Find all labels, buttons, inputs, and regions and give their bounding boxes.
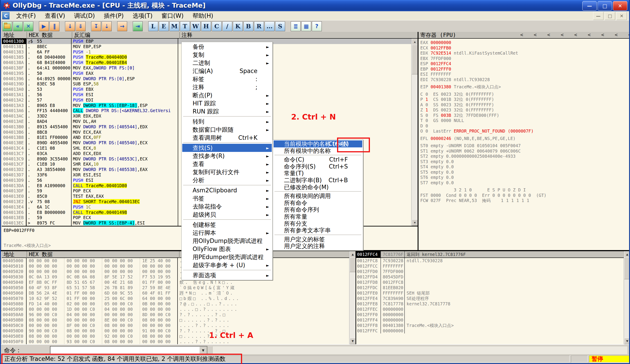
stack-row[interactable]: 0012FFE47C839A90SE处理程序 xyxy=(356,296,624,301)
run-button[interactable]: ▶ xyxy=(39,21,49,31)
find-submenu-item-6[interactable]: 二进制字串(B)Ctrl+B xyxy=(274,177,362,184)
dump-row[interactable]: 004050D090 00 00 C008 00 00 0000 00 00 0… xyxy=(2,328,349,334)
mdi-close-button[interactable]: ✕ xyxy=(616,12,627,20)
scroll-up-icon[interactable]: ▲ xyxy=(412,39,418,45)
dump-row[interactable]: 004050300C 0A 13 090C 0B 0A 088F 5E 17 5… xyxy=(2,274,349,280)
context-menu-item-18[interactable]: 分析► xyxy=(182,176,272,184)
find-submenu-item-10[interactable]: 所有命令 xyxy=(274,199,362,206)
mdi-minimize-button[interactable]: — xyxy=(593,12,604,20)
stack-row[interactable]: 0012FFF400000000 xyxy=(356,317,624,323)
context-menu-item-10[interactable]: 转到► xyxy=(182,118,272,126)
scroll-thumb[interactable] xyxy=(350,257,356,272)
find-submenu-item-4[interactable]: 命令序列(S)Ctrl+S xyxy=(274,163,362,170)
collapse-chevron-icon[interactable]: < xyxy=(520,32,523,37)
open-button[interactable] xyxy=(2,21,12,31)
handles-window-button[interactable]: H xyxy=(201,21,211,31)
menubar-item-options[interactable]: 选项(T) xyxy=(128,11,157,20)
appearance-button[interactable]: ▦ xyxy=(301,21,311,31)
find-submenu-item-16[interactable]: 用户定义的标签 xyxy=(274,236,362,243)
scroll-thumb[interactable] xyxy=(412,45,418,74)
collapse-chevron-icon[interactable]: < xyxy=(615,32,618,37)
stack-row[interactable]: 0012FFF000000000 xyxy=(356,312,624,317)
minimize-button[interactable]: — xyxy=(582,1,597,10)
breakpoints-window-button[interactable]: B xyxy=(244,21,253,31)
context-menu-item-12[interactable]: 查看调用树Ctrl+K xyxy=(182,134,272,142)
context-menu-item-2[interactable]: 二进制► xyxy=(182,59,272,67)
context-menu-item-29[interactable]: 用PEdumper脱壳调试进程 xyxy=(182,253,272,261)
collapse-chevron-icon[interactable]: < xyxy=(561,32,564,37)
dump-row[interactable]: 00405040EF 8B 0C FF8D 51 65 6700 4E 21 6… xyxy=(2,280,349,285)
stack-row[interactable]: 0012FFD480545DFD xyxy=(356,274,624,280)
context-menu-item-5[interactable]: 注释; xyxy=(182,83,272,91)
context-menu-item-22[interactable]: 去除花指令► xyxy=(182,202,272,210)
dump-row[interactable]: 004050A096 00 00 C004 00 00 0000 00 00 0… xyxy=(2,312,349,317)
menubar-item-view[interactable]: 查看(V) xyxy=(40,11,70,20)
context-menu-item-26[interactable]: 运行脚本► xyxy=(182,229,272,237)
pause-button[interactable]: ‖ xyxy=(50,21,60,31)
stack-row[interactable]: 0012FFE87C817778kernel32.7C817778 xyxy=(356,301,624,307)
context-menu-item-32[interactable]: 界面选项► xyxy=(182,271,272,279)
find-submenu-item-3[interactable]: 命令(C)Ctrl+F xyxy=(274,156,362,163)
context-menu-item-17[interactable]: 复制到可执行文件► xyxy=(182,168,272,176)
context-menu-item-1[interactable]: 复制► xyxy=(182,51,272,59)
collapse-chevron-icon[interactable]: < xyxy=(534,32,536,37)
find-submenu-item-7[interactable]: 已修改的命令(M) xyxy=(274,184,362,191)
animate-into-button[interactable]: ↧ xyxy=(91,21,101,31)
dump-row[interactable]: 004050C000 00 00 008F 00 00 C008 00 00 0… xyxy=(2,323,349,328)
collapse-chevron-icon[interactable]: < xyxy=(588,32,590,37)
context-menu-item-28[interactable]: OllyFlow 图表► xyxy=(182,245,272,253)
context-menu-item-3[interactable]: 汇编(A)Space xyxy=(182,67,272,75)
scroll-down-icon[interactable]: ▼ xyxy=(624,338,630,344)
mdi-restore-button[interactable]: □ xyxy=(605,12,615,20)
references-window-button[interactable]: R xyxy=(254,21,264,31)
scroll-up-icon[interactable]: ▲ xyxy=(350,251,356,257)
collapse-chevron-icon[interactable]: < xyxy=(547,32,550,37)
find-submenu-item-17[interactable]: 用户定义的注释 xyxy=(274,243,362,250)
stack-row[interactable]: 0012FFF800401380TraceMe.<模块入口点> xyxy=(356,323,624,328)
threads-window-button[interactable]: T xyxy=(180,21,190,31)
run-trace-window-button[interactable]: ... xyxy=(264,21,274,31)
execute-till-return-button[interactable]: → xyxy=(117,21,127,31)
collapse-chevron-icon[interactable]: < xyxy=(601,32,604,37)
help-button[interactable]: ? xyxy=(312,21,322,31)
scroll-down-icon[interactable]: ▼ xyxy=(350,338,356,344)
windows-window-button[interactable]: W xyxy=(190,21,200,31)
stack-row[interactable]: 0012FFEC00000000 xyxy=(356,307,624,312)
context-menu-item-27[interactable]: 用OllyDump脱壳调试进程 xyxy=(182,237,272,245)
call-stack-window-button[interactable]: K xyxy=(233,21,243,31)
menubar-item-debug[interactable]: 调试(D) xyxy=(70,11,99,20)
context-menu-item-16[interactable]: 查看► xyxy=(182,160,272,168)
stack-row[interactable]: 0012FFFC00000000 xyxy=(356,328,624,334)
context-menu-item-25[interactable]: 创建标签 xyxy=(182,221,272,229)
cpu-window-button[interactable]: C xyxy=(212,21,222,31)
stack-scrollbar[interactable]: ▲ ▼ xyxy=(624,251,630,344)
dump-row[interactable]: 004050B008 00 00 0000 00 00 008E 00 00 C… xyxy=(2,317,349,323)
dump-row[interactable]: 00405060DB 56 2A 4E01 FF 00 006D 60 9C 5… xyxy=(2,290,349,296)
find-submenu-item-5[interactable]: 常量(T) xyxy=(274,170,362,177)
go-to-address-button[interactable]: ⇥ xyxy=(133,21,143,31)
stack-row[interactable]: 0012FFE0FFFFFFFFSEH 链尾部 xyxy=(356,290,624,296)
context-menu-item-4[interactable]: 标签: xyxy=(182,75,272,83)
patches-window-button[interactable]: / xyxy=(222,21,232,31)
restore-button[interactable]: □ xyxy=(598,1,612,10)
dump-row[interactable]: 0040500000 00 00 0000 00 00 0000 00 00 0… xyxy=(2,258,349,263)
dump-row[interactable]: 0040507010 62 9F 5201 FF 00 0025 00 6C 0… xyxy=(2,296,349,301)
stack-row[interactable]: 0012FFD80012FFC8 xyxy=(356,280,624,285)
scroll-down-icon[interactable]: ▼ xyxy=(412,219,418,226)
context-menu-item-30[interactable]: 超级字串参考 + (U)► xyxy=(182,261,272,269)
memory-window-button[interactable]: M xyxy=(170,21,179,31)
step-into-button[interactable]: ↓ xyxy=(65,21,75,31)
dump-row[interactable]: 0040509000 00 00 001D 00 00 C004 00 00 0… xyxy=(2,307,349,312)
collapse-chevron-icon[interactable]: < xyxy=(628,32,630,37)
menubar-item-file[interactable]: 文件(F) xyxy=(12,11,40,20)
animate-over-button[interactable]: ⇣ xyxy=(102,21,112,31)
context-menu-item-0[interactable]: 备份► xyxy=(182,43,272,51)
context-menu-item-15[interactable]: 查找参考(R)► xyxy=(182,152,272,160)
context-menu-item-6[interactable]: 断点(P)► xyxy=(182,91,272,99)
collapse-chevron-icon[interactable]: < xyxy=(574,32,577,37)
dump-row[interactable]: 00405080FD 14 40 0002 00 00 0005 00 00 C… xyxy=(2,301,349,307)
stack-row[interactable]: 0012FFC87C930228ntdll.7C930228 xyxy=(356,258,624,263)
context-menu-item-20[interactable]: Asm2Clipboard► xyxy=(182,186,272,194)
close-program-button[interactable]: ✕ xyxy=(24,21,33,31)
dump-row[interactable]: 0040502000 00 00 0000 00 00 0000 00 00 0… xyxy=(2,269,349,274)
